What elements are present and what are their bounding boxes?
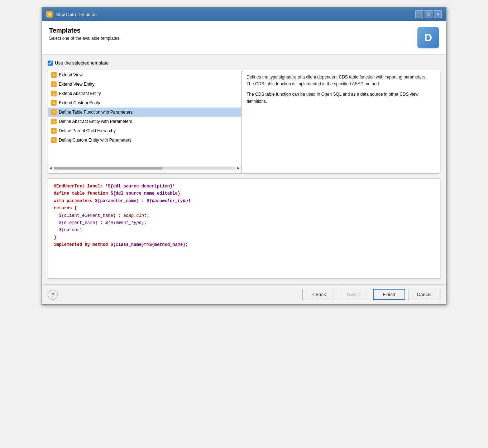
title-icon: ⚙ [46, 11, 53, 18]
title-bar-left: ⚙ New Data Definition [46, 11, 97, 18]
maximize-button[interactable]: □ [425, 10, 432, 18]
scroll-left-arrow[interactable]: ◀ [49, 166, 52, 170]
template-item-label: Extend View [59, 72, 83, 77]
template-list-item[interactable]: DDefine Table Function with Parameters [48, 108, 241, 117]
template-list-item[interactable]: DExtend Custom Entity [48, 98, 241, 108]
template-list: DExtend ViewDExtend View EntityDExtend A… [48, 70, 241, 173]
template-description: Defines the type signature of a client d… [241, 70, 440, 173]
close-button[interactable]: ✕ [434, 10, 442, 18]
template-item-icon: D [51, 137, 57, 143]
header-section: Templates Select one of the available te… [42, 21, 446, 54]
content-area: Use the selected template DExtend ViewDE… [42, 54, 446, 284]
dialog-title: New Data Definition [56, 12, 97, 17]
template-list-item[interactable]: DDefine Custom Entity with Parameters [48, 135, 241, 145]
back-button[interactable]: < Back [302, 289, 335, 300]
dialog-window: ⚙ New Data Definition — □ ✕ Templates Se… [42, 7, 446, 305]
template-list-item[interactable]: DExtend Abstract Entity [48, 89, 241, 98]
template-item-icon: D [51, 91, 57, 96]
template-item-label: Define Parent Child Hierarchy [59, 128, 116, 133]
template-item-icon: D [51, 128, 57, 134]
cancel-button[interactable]: Cancel [408, 289, 440, 300]
template-item-label: Extend View Entity [59, 82, 95, 87]
template-list-item[interactable]: DDefine Parent Child Hierarchy [48, 126, 241, 135]
template-list-item[interactable]: DDefine Abstract Entity with Parameters [48, 117, 241, 126]
template-item-label: Define Table Function with Parameters [59, 110, 133, 115]
horizontal-scrollbar[interactable]: ◀ ▶ [48, 165, 241, 171]
template-item-icon: D [51, 81, 57, 87]
page-subtitle: Select one of the available templates. [49, 36, 120, 41]
template-item-icon: D [51, 109, 57, 115]
code-preview: @EndUserText.label: '${ddl_source_descri… [48, 178, 440, 278]
template-list-scroll[interactable]: DExtend ViewDExtend View EntityDExtend A… [48, 70, 241, 165]
template-item-label: Define Custom Entity with Parameters [59, 138, 131, 143]
next-button[interactable]: Next > [338, 289, 370, 300]
template-item-icon: D [51, 100, 57, 106]
footer-left: ? [48, 290, 58, 300]
title-bar: ⚙ New Data Definition — □ ✕ [42, 8, 446, 21]
footer-buttons: < Back Next > Finish Cancel [302, 289, 440, 300]
scroll-right-arrow[interactable]: ▶ [237, 166, 240, 170]
scroll-thumb [54, 167, 163, 170]
template-item-icon: D [51, 119, 57, 124]
template-item-label: Extend Abstract Entity [59, 91, 101, 96]
template-item-label: Define Abstract Entity with Parameters [59, 119, 132, 124]
use-template-label[interactable]: Use the selected template [55, 60, 109, 66]
page-title: Templates [49, 27, 120, 34]
footer: ? < Back Next > Finish Cancel [42, 284, 446, 304]
template-area: DExtend ViewDExtend View EntityDExtend A… [48, 70, 440, 174]
use-template-row: Use the selected template [48, 60, 440, 66]
header-text: Templates Select one of the available te… [49, 27, 120, 41]
help-button[interactable]: ? [48, 290, 58, 300]
finish-button[interactable]: Finish [373, 289, 405, 300]
header-logo-icon: D [417, 27, 439, 48]
template-item-label: Extend Custom Entity [59, 100, 100, 105]
title-bar-controls: — □ ✕ [415, 10, 442, 18]
minimize-button[interactable]: — [415, 10, 423, 18]
template-item-icon: D [51, 72, 57, 78]
scroll-track[interactable] [54, 167, 235, 170]
template-list-item[interactable]: DExtend View Entity [48, 80, 241, 89]
use-template-checkbox[interactable] [48, 61, 53, 66]
template-list-item[interactable]: DExtend View [48, 70, 241, 80]
